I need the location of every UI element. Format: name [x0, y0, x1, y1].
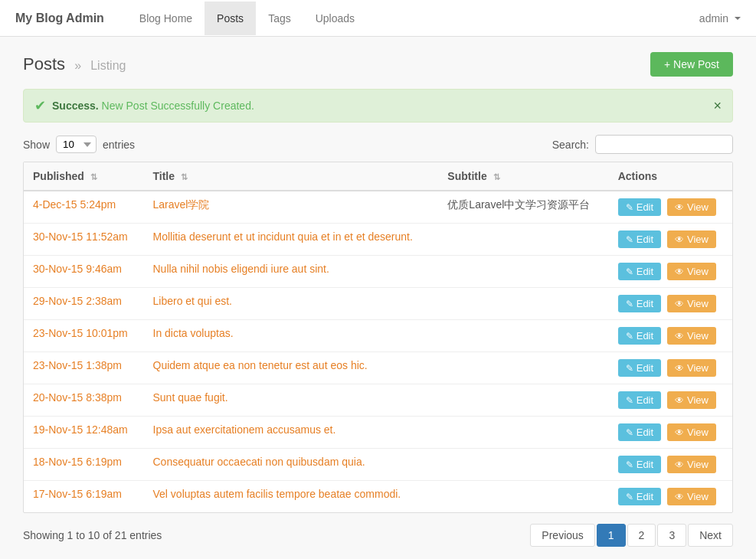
sort-subtitle-icon: ⇅ [493, 172, 500, 182]
edit-button[interactable]: ✎ Edit [618, 263, 661, 280]
alert-text: ✔ Success. New Post Successfully Created… [34, 97, 254, 114]
row-date: 29-Nov-15 2:38am [24, 288, 144, 320]
view-button[interactable]: 👁 View [667, 423, 716, 441]
showing-info: Showing 1 to 10 of 21 entries [23, 529, 162, 541]
breadcrumb-sep: » [74, 59, 81, 72]
edit-icon: ✎ [626, 202, 633, 213]
row-subtitle [438, 288, 608, 320]
view-icon: 👁 [675, 202, 684, 213]
edit-button[interactable]: ✎ Edit [618, 488, 661, 505]
view-button[interactable]: 👁 View [667, 391, 716, 409]
row-subtitle [438, 384, 608, 417]
edit-button[interactable]: ✎ Edit [618, 391, 661, 409]
view-button[interactable]: 👁 View [667, 198, 716, 216]
alert-strong: Success. [52, 100, 99, 112]
edit-icon: ✎ [626, 395, 633, 406]
row-subtitle [438, 417, 608, 449]
nav-menu: Blog Home Posts Tags Uploads [127, 2, 367, 35]
row-title: Libero et qui est. [144, 288, 439, 320]
prev-button[interactable]: Previous [530, 524, 594, 547]
edit-button[interactable]: ✎ Edit [618, 456, 661, 473]
edit-icon: ✎ [626, 234, 633, 245]
table-row: 4-Dec-15 5:24pm Laravel学院 优质Laravel中文学习资… [24, 191, 732, 224]
row-subtitle: 优质Laravel中文学习资源平台 [438, 191, 608, 224]
row-date: 23-Nov-15 1:38pm [24, 352, 144, 384]
row-subtitle [438, 224, 608, 256]
footer-row: Showing 1 to 10 of 21 entries Previous 1… [23, 524, 733, 547]
row-actions: ✎ Edit 👁 View [609, 288, 732, 320]
nav-uploads[interactable]: Uploads [303, 2, 367, 35]
user-menu[interactable]: admin [699, 12, 741, 25]
page-1-button[interactable]: 1 [597, 524, 626, 547]
breadcrumb-listing: Listing [90, 59, 126, 72]
edit-button[interactable]: ✎ Edit [618, 295, 661, 312]
row-date: 30-Nov-15 9:46am [24, 256, 144, 288]
view-icon: 👁 [675, 299, 684, 309]
view-icon: 👁 [675, 427, 684, 438]
view-button[interactable]: 👁 View [667, 359, 716, 377]
page-3-button[interactable]: 3 [657, 524, 686, 547]
row-date: 18-Nov-15 6:19pm [24, 449, 144, 481]
table-row: 23-Nov-15 10:01pm In dicta voluptas. ✎ E… [24, 320, 732, 352]
table-header-row: Published ⇅ Title ⇅ Subtitle ⇅ Actions [24, 162, 732, 191]
nav-blog-home[interactable]: Blog Home [127, 2, 205, 35]
sort-published-icon: ⇅ [90, 172, 97, 182]
success-alert: ✔ Success. New Post Successfully Created… [23, 89, 733, 123]
col-published[interactable]: Published ⇅ [24, 162, 144, 191]
posts-table: Published ⇅ Title ⇅ Subtitle ⇅ Actions [24, 162, 732, 512]
navbar: My Blog Admin Blog Home Posts Tags Uploa… [0, 0, 756, 37]
col-actions: Actions [609, 162, 732, 191]
row-actions: ✎ Edit 👁 View [609, 417, 732, 449]
nav-posts[interactable]: Posts [205, 2, 256, 35]
page-title: Posts » Listing [23, 54, 126, 74]
table-row: 20-Nov-15 8:38pm Sunt quae fugit. ✎ Edit… [24, 384, 732, 417]
view-button[interactable]: 👁 View [667, 488, 716, 505]
row-date: 19-Nov-15 12:48am [24, 417, 144, 449]
row-title: Mollitia deserunt et ut incidunt quia et… [144, 224, 439, 256]
table-row: 23-Nov-15 1:38pm Quidem atque ea non ten… [24, 352, 732, 384]
row-actions: ✎ Edit 👁 View [609, 224, 732, 256]
entries-select[interactable]: 10 25 50 100 [56, 136, 97, 153]
nav-tags[interactable]: Tags [256, 2, 303, 35]
edit-icon: ✎ [626, 492, 633, 502]
page-2-button[interactable]: 2 [627, 524, 656, 547]
search-input[interactable] [595, 135, 733, 154]
row-title: Laravel学院 [144, 191, 439, 224]
row-date: 23-Nov-15 10:01pm [24, 320, 144, 352]
view-button[interactable]: 👁 View [667, 295, 716, 312]
edit-button[interactable]: ✎ Edit [618, 359, 661, 377]
view-button[interactable]: 👁 View [667, 456, 716, 473]
row-actions: ✎ Edit 👁 View [609, 320, 732, 352]
search-box: Search: [552, 135, 733, 154]
row-subtitle [438, 352, 608, 384]
edit-button[interactable]: ✎ Edit [618, 423, 661, 441]
row-actions: ✎ Edit 👁 View [609, 352, 732, 384]
edit-button[interactable]: ✎ Edit [618, 327, 661, 345]
view-icon: 👁 [675, 266, 684, 277]
row-title: Sunt quae fugit. [144, 384, 439, 417]
page-title-text: Posts [23, 54, 65, 74]
edit-button[interactable]: ✎ Edit [618, 198, 661, 216]
view-button[interactable]: 👁 View [667, 327, 716, 345]
row-actions: ✎ Edit 👁 View [609, 191, 732, 224]
view-button[interactable]: 👁 View [667, 230, 716, 248]
col-title[interactable]: Title ⇅ [144, 162, 439, 191]
controls-row: Show 10 25 50 100 entries Search: [23, 135, 733, 154]
row-title: In dicta voluptas. [144, 320, 439, 352]
edit-icon: ✎ [626, 427, 633, 438]
entries-label: entries [103, 139, 135, 151]
row-date: 17-Nov-15 6:19am [24, 481, 144, 513]
new-post-button[interactable]: + New Post [650, 52, 733, 77]
next-button[interactable]: Next [688, 524, 733, 547]
search-label: Search: [552, 139, 589, 151]
row-title: Quidem atque ea non tenetur est aut eos … [144, 352, 439, 384]
view-button[interactable]: 👁 View [667, 263, 716, 280]
edit-button[interactable]: ✎ Edit [618, 230, 661, 248]
row-date: 4-Dec-15 5:24pm [24, 191, 144, 224]
table-row: 30-Nov-15 9:46am Nulla nihil nobis elige… [24, 256, 732, 288]
main-content: Posts » Listing + New Post ✔ Success. Ne… [0, 37, 756, 559]
row-title: Consequatur occaecati non quibusdam quia… [144, 449, 439, 481]
col-subtitle[interactable]: Subtitle ⇅ [438, 162, 608, 191]
alert-close-button[interactable]: × [713, 98, 722, 114]
username: admin [699, 12, 728, 25]
